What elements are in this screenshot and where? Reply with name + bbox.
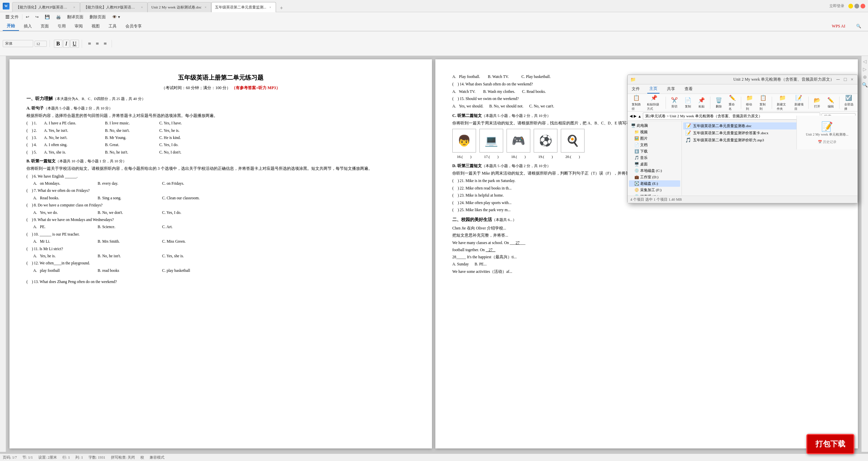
new-folder-button[interactable]: 📁 新建文件夹 (775, 93, 790, 112)
new-item-icon: 📝 (795, 94, 803, 102)
ribbon-tab-tools[interactable]: 工具 (104, 22, 121, 31)
ribbon-tab-insert[interactable]: 插入 (20, 22, 36, 31)
q5-row: ( )5. A. Yes, she is. B. No, he isn't. C… (26, 149, 415, 155)
folder-icon: 📁 (630, 77, 732, 82)
overlay-restore-button[interactable]: □ (843, 77, 848, 82)
copy-path-button[interactable]: 📋 复制路径 (630, 93, 643, 112)
align-right[interactable]: ≡ (102, 40, 109, 47)
tree-item-pc[interactable]: 🖥️ 此电脑 (629, 122, 680, 129)
overlay-menu-view[interactable]: 查看 (683, 85, 695, 93)
tree-item-c[interactable]: 💿 本地磁盘 (C:) (629, 167, 680, 174)
align-center[interactable]: ≡ (94, 40, 101, 47)
add-tab-button[interactable]: + (277, 4, 285, 12)
restore-button[interactable] (854, 4, 859, 8)
delete-button[interactable]: 🗑️ 删除 (713, 95, 725, 110)
ribbon-tab-page[interactable]: 页面 (37, 22, 53, 31)
ribbon-tab-view[interactable]: 视图 (87, 22, 104, 31)
tree-item-downloads[interactable]: ⬇️ 下载 (629, 148, 680, 155)
sidebar-icon-3[interactable]: ⊕ (863, 74, 867, 80)
overlay-menu-share[interactable]: 共享 (665, 85, 677, 93)
rename-button[interactable]: ✏️ 重命名 (727, 93, 738, 112)
tree-item-f[interactable]: 📀 采集加工 (F:) (629, 187, 680, 193)
img-16-label: 16.( ) (457, 154, 471, 160)
copy-icon: 📄 (684, 96, 692, 104)
tab-1-close[interactable]: × (72, 5, 76, 9)
download-badge[interactable]: 打包下载 (806, 434, 854, 454)
ribbon-tab-review[interactable]: 审阅 (71, 22, 87, 31)
section2-title: 二、校园的美好生活（本题共 6...） (452, 216, 841, 223)
status-settings: 设置: 2厘米 (38, 455, 57, 460)
sidebar-icon-2[interactable]: ▷ (863, 66, 867, 72)
nav-up-button[interactable]: ▲ (638, 114, 642, 118)
tab-2-close[interactable]: × (140, 5, 144, 9)
subsecA-title: A. 听句子（本题共 5 小题，每小题 2 分，共 10 分） (26, 105, 415, 112)
overlay-close-button[interactable]: × (849, 77, 855, 82)
sidebar-icon-1[interactable]: ◁ (863, 59, 867, 64)
menu-item-print[interactable]: 🖨️ (53, 13, 64, 21)
tab-3-close[interactable]: × (203, 5, 208, 9)
copy-to-button[interactable]: 📋 复制到 (757, 93, 769, 112)
ribbon-tab-reference[interactable]: 引用 (54, 22, 70, 31)
menu-item-delete-note[interactable]: 删除页面 (87, 13, 108, 21)
tree-item-music[interactable]: 🎵 音乐 (629, 155, 680, 161)
font-size-selector[interactable]: 12 (35, 41, 47, 47)
tree-item-desktop[interactable]: 🖥️ 桌面 (629, 161, 680, 167)
tree-item-pictures[interactable]: 🖼️ 图片 (629, 135, 680, 142)
section1-title: 一、听力理解（本大题分为A、B、C、D四部分，共 25 题，共 40 分） (26, 95, 415, 102)
img-16: 👦 (452, 129, 476, 153)
tree-item-d[interactable]: 💼 工作室 (D:) (629, 174, 680, 180)
file-count-status: 4 个项目 选中 1 个项目 1.40 MB (630, 197, 682, 202)
section2-instruction: 把短文意思补充完整，并将答... (452, 233, 841, 238)
close-button[interactable] (861, 4, 865, 8)
ribbon-search[interactable]: 🔍 (852, 22, 865, 30)
align-left[interactable]: ≡ (86, 40, 93, 47)
page-left: 五年级英语上册第二单元练习题 （考试时间：60 分钟；满分：100 分） （有参… (9, 59, 432, 448)
tree-item-video[interactable]: 📁 视频 (629, 129, 680, 135)
sidebar-icon-4[interactable]: 🔍 (862, 82, 868, 88)
tab-3[interactable]: Unit 2 My week 达标测试卷.doc × (147, 2, 211, 12)
nav-path-input[interactable]: 第2单元试卷 > Unit 2 My week 单元检测卷（含答案、音频及听力原… (643, 113, 820, 120)
ribbon-tab-wpsai[interactable]: WPS AI (828, 22, 849, 30)
menu-item-undo[interactable]: ↩ (23, 13, 32, 21)
tab-4[interactable]: 五年级英语第二单元质量监测... × (211, 2, 276, 12)
ribbon-tab-vip[interactable]: 会员专享 (121, 22, 146, 31)
minimize-button[interactable] (848, 4, 853, 8)
edit-button[interactable]: ✏️ 编辑 (825, 95, 836, 110)
cut-button[interactable]: ✂️ 剪切 (669, 95, 680, 110)
img-19: ⚽ (534, 129, 557, 153)
paste-button[interactable]: 📌 粘贴 (696, 95, 707, 110)
nav-back-button[interactable]: ◀ (630, 114, 632, 118)
menu-item-redo[interactable]: ↪ (33, 13, 41, 21)
copy-button[interactable]: 📄 复制 (682, 95, 694, 110)
paste-shortcut-button[interactable]: 📌 粘贴快捷方式 (645, 93, 663, 112)
q8-row: ( )8. Do we have a computer class on Fri… (26, 202, 415, 208)
overlay-minimize-button[interactable]: ─ (835, 77, 841, 82)
menu-item-translate[interactable]: 翻译页面 (64, 13, 86, 21)
edit-icon: ✏️ (827, 96, 834, 104)
ribbon-tab-start[interactable]: 开始 (3, 22, 19, 31)
italic-button[interactable]: I (63, 40, 70, 48)
select-all-button[interactable]: ☑️ 全部选择 (842, 93, 855, 112)
move-to-button[interactable]: 📁 移动到 (744, 93, 755, 112)
bold-button[interactable]: B (54, 40, 62, 48)
overlay-menu-file[interactable]: 文件 (630, 85, 642, 93)
status-row: 行: 1 (62, 455, 70, 460)
q11-answers: A. Yes, he is. B. No, he isn't. C. Yes, … (26, 253, 415, 259)
tree-item-g[interactable]: 💿 媒直播 (G:) (629, 193, 680, 196)
overlay-menu-home[interactable]: 主页 (647, 84, 659, 94)
open-button[interactable]: 📂 打开 (811, 95, 823, 110)
tab-4-close[interactable]: × (268, 5, 272, 9)
font-name-selector[interactable]: 宋体 (3, 40, 33, 47)
tree-item-e[interactable]: 💽 老磁盘 (E:) (629, 180, 680, 187)
menu-item-save[interactable]: 💾 (42, 13, 53, 21)
nav-forward-button[interactable]: ▶ (634, 114, 636, 118)
tab-2[interactable]: 【能力强化】人教PEP版英语五年级... × (80, 2, 148, 12)
sep6 (839, 97, 840, 109)
menu-item-view-icon[interactable]: 👁️ ▾ (109, 13, 123, 21)
tab-1[interactable]: 【能力强化】人教PEP版英语五年级... × (12, 2, 80, 12)
new-item-button[interactable]: 📝 新建项目 (792, 93, 806, 112)
tree-item-docs[interactable]: 📄 文档 (629, 142, 680, 148)
file-icon-1: 📝 (685, 123, 691, 129)
menu-item-file[interactable]: ☰ 文件 (3, 13, 21, 21)
underline-button[interactable]: U (70, 40, 79, 48)
